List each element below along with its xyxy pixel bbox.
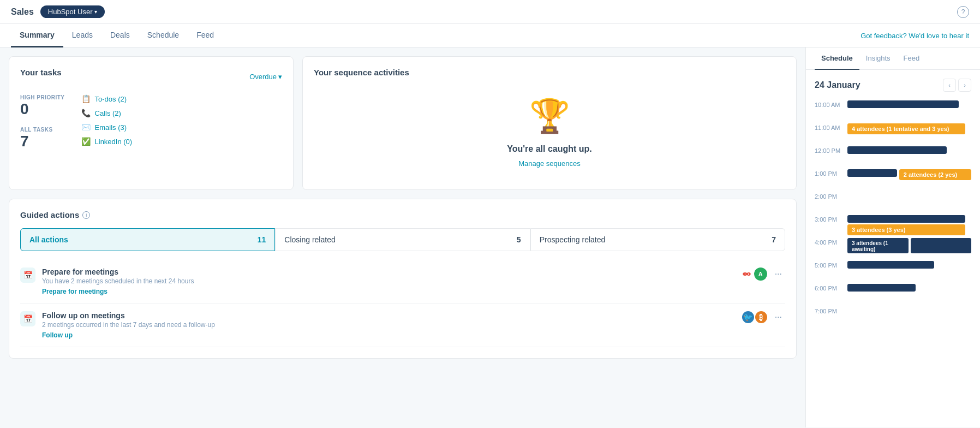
tasks-right: 📋 To-dos (2) 📞 Calls (2) ✉️ Emails (3): [81, 94, 133, 150]
info-icon[interactable]: i: [82, 211, 90, 219]
time-slot-5pm: 5:00 PM: [815, 261, 971, 283]
filter-closing-count: 5: [517, 235, 521, 244]
user-button[interactable]: HubSpot User ▾: [40, 5, 105, 18]
manage-sequences-link[interactable]: Manage sequences: [518, 159, 580, 168]
tab-schedule-nav[interactable]: Schedule: [139, 24, 188, 47]
time-slot-11am: 11:00 AM 4 attendees (1 tentative and 3 …: [815, 123, 971, 145]
todo-icon: 📋: [81, 94, 91, 103]
trophy-icon: 🏆: [529, 97, 570, 135]
time-slot-10am: 10:00 AM: [815, 100, 971, 122]
event-3pm-1[interactable]: [847, 215, 965, 223]
sequence-body: 🏆 You're all caught up. Manage sequences: [314, 86, 785, 179]
time-slot-12pm: 12:00 PM: [815, 146, 971, 168]
right-tab-feed[interactable]: Feed: [897, 47, 927, 70]
event-4pm-2[interactable]: [911, 238, 972, 253]
action-followup-more[interactable]: ···: [772, 311, 785, 323]
prepare-avatars: A: [741, 268, 767, 281]
time-label-6pm: 6:00 PM: [815, 284, 843, 292]
action-prepare-body: Prepare for meetings You have 2 meetings…: [42, 268, 734, 295]
action-prepare-icon: 📅: [20, 268, 35, 283]
followup-avatars: 🐦 ₿: [742, 311, 767, 323]
filter-tab-closing[interactable]: Closing related 5: [275, 228, 530, 251]
time-label-1pm: 1:00 PM: [815, 169, 843, 177]
caught-up-text: You're all caught up.: [507, 144, 592, 154]
slot-7pm: [847, 307, 971, 328]
time-slot-3pm: 3:00 PM 3 attendees (3 yes): [815, 215, 971, 237]
tab-summary[interactable]: Summary: [11, 24, 63, 47]
right-panel-tabs: Schedule Insights Feed: [806, 47, 980, 70]
tab-leads[interactable]: Leads: [63, 24, 101, 47]
event-10am-1[interactable]: [847, 100, 959, 108]
task-item-todos[interactable]: 📋 To-dos (2): [81, 94, 133, 103]
time-label-3pm: 3:00 PM: [815, 215, 843, 223]
task-item-calls[interactable]: 📞 Calls (2): [81, 109, 133, 117]
time-label-10am: 10:00 AM: [815, 100, 843, 108]
filter-tab-prospecting[interactable]: Prospecting related 7: [530, 228, 785, 251]
tasks-body: HIGH PRIORITY 0 ALL TASKS 7 📋 To-dos (2): [20, 94, 282, 150]
action-followup-icon: 📅: [20, 311, 35, 326]
guided-title: Guided actions: [20, 210, 79, 219]
action-prepare-link[interactable]: Prepare for meetings: [42, 288, 107, 295]
slot-2pm: [847, 192, 971, 213]
feedback-link[interactable]: Got feedback? We'd love to hear it: [861, 32, 969, 40]
filter-tab-all[interactable]: All actions 11: [20, 228, 275, 251]
time-label-5pm: 5:00 PM: [815, 261, 843, 269]
left-content: Your tasks Overdue ▾ HIGH PRIORITY 0 ALL…: [0, 47, 805, 427]
top-nav: Sales HubSpot User ▾ ?: [0, 0, 980, 24]
linkedin-label: LinkedIn (0): [95, 138, 133, 146]
calls-icon: 📞: [81, 109, 91, 117]
filter-all-label: All actions: [29, 235, 68, 244]
action-followup-link[interactable]: Follow up: [42, 331, 73, 339]
time-slot-6pm: 6:00 PM: [815, 284, 971, 306]
event-11am-1[interactable]: 4 attendees (1 tentative and 3 yes): [847, 123, 965, 134]
event-6pm-1[interactable]: [847, 284, 916, 292]
event-1pm-2[interactable]: 2 attendees (2 yes): [899, 169, 971, 180]
tab-bar: Summary Leads Deals Schedule Feed Got fe…: [0, 24, 980, 47]
tasks-title: Your tasks: [20, 68, 62, 77]
event-5pm-1[interactable]: [847, 261, 934, 269]
action-followup-title: Follow up on meetings: [42, 311, 736, 320]
timeline: 10:00 AM 11:00 AM 4 attendees (1 tentati…: [815, 100, 971, 329]
prev-arrow[interactable]: ‹: [943, 79, 956, 92]
help-icon[interactable]: ?: [957, 6, 969, 18]
all-tasks-label: ALL TASKS: [20, 127, 65, 133]
main-layout: Your tasks Overdue ▾ HIGH PRIORITY 0 ALL…: [0, 47, 980, 427]
right-panel: Schedule Insights Feed 24 January ‹ › 10…: [805, 47, 980, 427]
overdue-link[interactable]: Overdue ▾: [249, 73, 282, 81]
event-12pm-1[interactable]: [847, 146, 947, 154]
high-priority-count: 0: [20, 100, 65, 118]
tasks-card: Your tasks Overdue ▾ HIGH PRIORITY 0 ALL…: [9, 56, 294, 190]
next-arrow[interactable]: ›: [958, 79, 971, 92]
high-priority-label: HIGH PRIORITY: [20, 94, 65, 100]
task-item-linkedin[interactable]: ✅ LinkedIn (0): [81, 137, 133, 146]
action-prepare-more[interactable]: ···: [772, 268, 785, 280]
right-tab-insights[interactable]: Insights: [859, 47, 897, 70]
time-slot-4pm: 4:00 PM 3 attendees (1 awaiting): [815, 238, 971, 260]
tab-deals[interactable]: Deals: [101, 24, 139, 47]
action-followup-right: 🐦 ₿ ···: [742, 311, 785, 323]
filter-tabs: All actions 11 Closing related 5 Prospec…: [20, 228, 785, 251]
action-prepare-title: Prepare for meetings: [42, 268, 734, 276]
event-3pm-2[interactable]: 3 attendees (3 yes): [847, 224, 965, 235]
slot-4pm: 3 attendees (1 awaiting): [847, 238, 971, 259]
event-1pm-1[interactable]: [847, 169, 897, 177]
calls-label: Calls (2): [95, 109, 121, 117]
slot-5pm: [847, 261, 971, 282]
tasks-left: HIGH PRIORITY 0 ALL TASKS 7: [20, 94, 65, 150]
task-item-emails[interactable]: ✉️ Emails (3): [81, 123, 133, 132]
tasks-card-header: Your tasks Overdue ▾: [20, 68, 282, 86]
tab-feed[interactable]: Feed: [188, 24, 223, 47]
infinity-icon: [741, 268, 753, 280]
time-label-7pm: 7:00 PM: [815, 307, 843, 314]
event-4pm-1[interactable]: 3 attendees (1 awaiting): [847, 238, 909, 253]
filter-closing-label: Closing related: [284, 235, 335, 244]
time-slot-2pm: 2:00 PM: [815, 192, 971, 214]
schedule-date: 24 January: [815, 80, 861, 90]
time-slot-7pm: 7:00 PM: [815, 307, 971, 329]
time-label-4pm: 4:00 PM: [815, 238, 843, 246]
right-tab-schedule[interactable]: Schedule: [815, 47, 859, 70]
user-button-label: HubSpot User: [48, 8, 93, 16]
sequence-card: Your sequence activities 🏆 You're all ca…: [302, 56, 797, 190]
action-prepare-right: A ···: [741, 268, 785, 281]
slot-10am: [847, 100, 971, 121]
